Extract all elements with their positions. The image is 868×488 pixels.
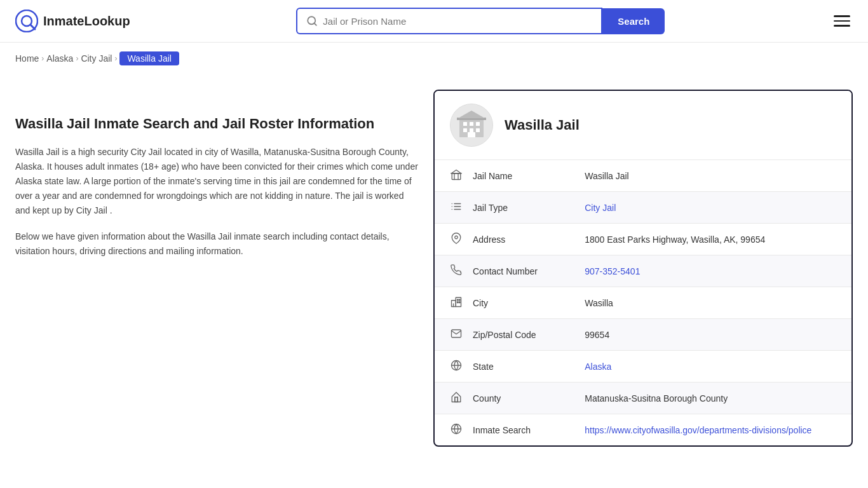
row-value-5: 99654 — [573, 319, 851, 351]
row-label-1: Jail Type — [446, 201, 562, 214]
list-icon — [446, 201, 466, 214]
row-label-7: County — [446, 391, 562, 405]
row-value-2: 1800 East Parks Highway, Wasilla, AK, 99… — [573, 224, 851, 255]
svg-rect-12 — [468, 132, 475, 137]
row-value-link-3[interactable]: 907-352-5401 — [585, 266, 640, 276]
row-label-0: Jail Name — [446, 169, 562, 182]
row-value-0: Wasilla Jail — [573, 160, 851, 192]
main-content: Wasilla Jail Inmate Search and Jail Rost… — [0, 74, 868, 462]
row-label-5: Zip/Postal Code — [446, 328, 562, 341]
svg-rect-27 — [459, 299, 461, 301]
row-label-4: City — [446, 296, 562, 309]
breadcrumb-sep-2: › — [76, 54, 78, 63]
svg-rect-15 — [452, 173, 461, 180]
svg-marker-14 — [458, 111, 485, 118]
row-value-link-8[interactable]: https://www.cityofwasilla.gov/department… — [585, 425, 811, 435]
info-card-jail-name: Wasilla Jail — [505, 117, 580, 133]
city-icon — [446, 296, 466, 309]
page-title: Wasilla Jail Inmate Search and Jail Rost… — [15, 115, 418, 133]
svg-line-4 — [315, 23, 316, 25]
row-label-3: Contact Number — [446, 264, 562, 278]
search-button[interactable]: Search — [602, 8, 665, 34]
svg-line-2 — [31, 25, 35, 29]
breadcrumb-city-jail[interactable]: City Jail — [81, 53, 112, 64]
svg-point-22 — [455, 236, 458, 239]
page-description-2: Below we have given information about th… — [15, 229, 418, 259]
hamburger-line-2 — [834, 20, 850, 22]
logo-text: InmateLookup — [43, 14, 130, 29]
building-icon — [454, 108, 489, 142]
svg-rect-26 — [458, 299, 459, 301]
hamburger-line-3 — [834, 25, 850, 27]
svg-rect-11 — [476, 128, 480, 132]
svg-rect-35 — [455, 397, 458, 402]
row-label-6: State — [446, 360, 562, 373]
location-icon — [446, 233, 466, 246]
info-card-header: Wasilla Jail — [435, 91, 851, 160]
search-icon — [306, 15, 318, 27]
svg-rect-28 — [458, 302, 459, 303]
hamburger-line-1 — [834, 15, 850, 17]
jail-icon — [446, 169, 466, 182]
breadcrumb-alaska[interactable]: Alaska — [46, 53, 73, 64]
breadcrumb-wasilla-jail: Wasilla Jail — [119, 51, 179, 65]
hamburger-menu[interactable] — [831, 13, 853, 29]
svg-rect-6 — [463, 122, 467, 126]
zip-icon — [446, 328, 466, 341]
left-column: Wasilla Jail Inmate Search and Jail Rost… — [15, 90, 418, 259]
state-icon — [446, 360, 466, 373]
svg-rect-7 — [470, 122, 473, 126]
phone-icon — [446, 264, 466, 278]
breadcrumb: Home › Alaska › City Jail › Wasilla Jail — [0, 43, 868, 74]
row-value-7: Matanuska-Susitna Borough County — [573, 383, 851, 414]
row-label-8: Inmate Search — [446, 423, 562, 437]
search-input[interactable] — [323, 16, 592, 27]
jail-avatar — [450, 104, 493, 147]
svg-rect-9 — [463, 128, 467, 132]
breadcrumb-sep-3: › — [114, 54, 117, 63]
row-label-2: Address — [446, 233, 562, 246]
search-box — [296, 8, 602, 34]
row-value-4: Wasilla — [573, 287, 851, 319]
svg-rect-29 — [459, 302, 461, 303]
row-value-link-1[interactable]: City Jail — [585, 203, 616, 213]
page-description-1: Wasilla Jail is a high security City Jai… — [15, 145, 418, 218]
county-icon — [446, 391, 466, 405]
svg-rect-10 — [470, 128, 473, 132]
info-table: Jail Name Wasilla Jail Jail Type City Ja… — [435, 160, 851, 445]
row-value-link-6[interactable]: Alaska — [585, 362, 611, 372]
logo[interactable]: InmateLookup — [15, 10, 130, 32]
search-area: Search — [296, 8, 665, 34]
breadcrumb-sep-1: › — [41, 54, 44, 63]
info-card: Wasilla Jail Jail Name Wasilla Jail Jail… — [433, 90, 853, 447]
logo-icon — [15, 10, 38, 32]
globe-icon — [446, 423, 466, 437]
header: InmateLookup Search — [0, 0, 868, 43]
svg-rect-8 — [476, 122, 480, 126]
breadcrumb-home[interactable]: Home — [15, 53, 39, 64]
